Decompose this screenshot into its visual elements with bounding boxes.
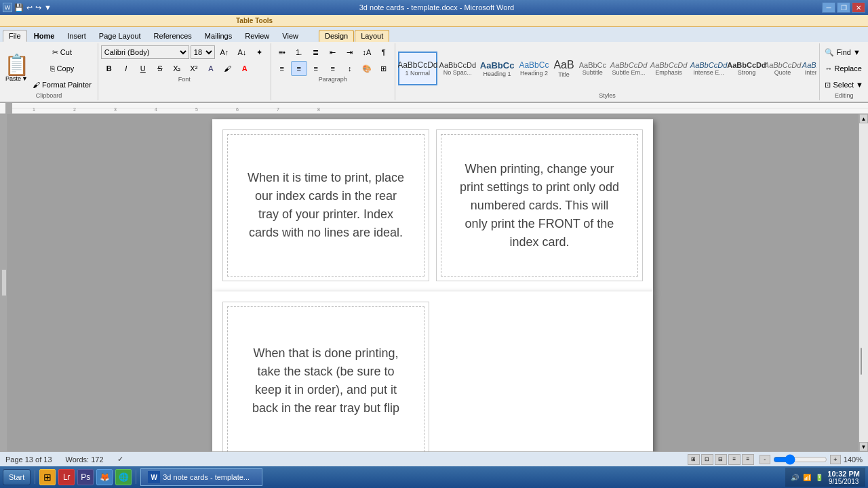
style-subtle-em[interactable]: AaBbCcDd Subtle Em... — [609, 52, 648, 85]
find-btn[interactable]: 🔍 Find ▼ — [823, 45, 862, 60]
decrease-indent-btn[interactable]: ⇤ — [325, 45, 341, 60]
increase-indent-btn[interactable]: ⇥ — [342, 45, 358, 60]
grow-font-btn[interactable]: A↑ — [216, 45, 233, 60]
title-bar: W 💾 ↩ ↪ ▼ 3d note cards - template.docx … — [0, 0, 868, 15]
redo-quick-btn[interactable]: ↪ — [35, 3, 41, 12]
select-btn[interactable]: ⊡ Select ▼ — [823, 77, 865, 92]
align-center-btn[interactable]: ≡ — [291, 61, 307, 76]
paste-button[interactable]: 📋 — [4, 55, 29, 75]
tab-references[interactable]: References — [148, 30, 198, 42]
text-effects-btn[interactable]: A — [203, 61, 219, 76]
format-painter-button[interactable]: 🖌 Format Painter — [31, 77, 94, 92]
spell-check-icon[interactable]: ✓ — [117, 455, 123, 464]
tab-layout[interactable]: Layout — [355, 30, 389, 42]
font-color-btn[interactable]: A — [237, 61, 253, 76]
taskbar-icon-firefox[interactable]: 🦊 — [96, 469, 113, 485]
tab-mailings[interactable]: Mailings — [199, 30, 238, 42]
tray-icon-2[interactable]: 📶 — [803, 474, 811, 481]
shrink-font-btn[interactable]: A↓ — [234, 45, 250, 60]
style-intense-q[interactable]: AaBbCcDd Intense Q... — [801, 52, 816, 85]
copy-button[interactable]: ⎘ Copy — [31, 61, 94, 76]
style-no-space[interactable]: AaBbCcDd No Spac... — [438, 52, 477, 85]
scroll-thumb[interactable] — [861, 348, 862, 375]
tab-home[interactable]: Home — [28, 30, 61, 42]
qat-dropdown[interactable]: ▼ — [44, 3, 52, 12]
scroll-up-btn[interactable]: ▲ — [859, 114, 868, 123]
close-btn[interactable]: ✕ — [852, 2, 865, 13]
style-intense-e[interactable]: AaBbCcDd Intense E... — [689, 52, 728, 85]
tab-view[interactable]: View — [276, 30, 304, 42]
undo-quick-btn[interactable]: ↩ — [26, 3, 33, 12]
restore-btn[interactable]: ❐ — [837, 2, 850, 13]
italic-btn[interactable]: I — [118, 61, 134, 76]
word-count: Words: 172 — [66, 455, 104, 464]
border-btn[interactable]: ⊞ — [376, 61, 392, 76]
web-layout-btn[interactable]: ⊟ — [715, 454, 727, 465]
paste-dropdown[interactable]: ▼ — [22, 75, 28, 82]
shading-btn[interactable]: 🎨 — [359, 61, 375, 76]
bullets-btn[interactable]: ≡• — [274, 45, 290, 60]
taskbar-icon-windows[interactable]: ⊞ — [39, 469, 56, 485]
show-para-btn[interactable]: ¶ — [376, 45, 392, 60]
subscript-btn[interactable]: X₂ — [169, 61, 185, 76]
justify-btn[interactable]: ≡ — [325, 61, 341, 76]
scroll-track[interactable] — [859, 123, 868, 442]
strikethrough-btn[interactable]: S — [152, 61, 168, 76]
full-screen-btn[interactable]: ⊡ — [701, 454, 713, 465]
line-spacing-btn[interactable]: ↕ — [342, 61, 358, 76]
zoom-out-btn[interactable]: - — [760, 455, 770, 464]
minimize-btn[interactable]: ─ — [822, 2, 835, 13]
cut-button[interactable]: ✂ Cut — [31, 45, 94, 60]
text-highlight-btn[interactable]: 🖌 — [220, 61, 236, 76]
style-strong[interactable]: AaBbCcDd Strong — [729, 52, 764, 85]
scroll-down-btn[interactable]: ▼ — [859, 442, 868, 451]
left-scroll-hint[interactable] — [1, 269, 7, 296]
clock-date: 9/15/2013 — [829, 478, 859, 485]
replace-btn[interactable]: ↔ Replace — [823, 61, 863, 76]
taskbar-icon-chrome[interactable]: 🌐 — [115, 469, 132, 485]
tray-icon-1[interactable]: 🔊 — [791, 474, 799, 481]
tray-icon-3[interactable]: 🔋 — [815, 474, 823, 481]
style-heading2[interactable]: AaBbCc Heading 2 — [517, 52, 551, 85]
style-emphasis[interactable]: AaBbCcDd Emphasis — [649, 52, 688, 85]
doc-scroll-area: When it is time to print, place our inde… — [7, 114, 859, 451]
style-heading1[interactable]: AaBbCc Heading 1 — [478, 52, 517, 85]
align-right-btn[interactable]: ≡ — [308, 61, 324, 76]
taskbar-word-app[interactable]: W 3d note cards - template... — [140, 468, 262, 486]
tab-page-layout[interactable]: Page Layout — [93, 30, 147, 42]
style-title[interactable]: AaB Title — [551, 52, 576, 85]
tab-insert[interactable]: Insert — [61, 30, 92, 42]
clock[interactable]: 10:32 PM 9/15/2013 — [827, 470, 860, 485]
superscript-btn[interactable]: X² — [186, 61, 202, 76]
card-inner-1[interactable]: When it is time to print, place our inde… — [227, 134, 425, 277]
outline-btn[interactable]: ≡ — [728, 454, 741, 465]
style-subtitle[interactable]: AaBbCc Subtitle — [577, 52, 608, 85]
style-quote[interactable]: AaBbCcDd Quote — [765, 52, 800, 85]
tab-file[interactable]: File — [3, 30, 27, 42]
bold-btn[interactable]: B — [101, 61, 117, 76]
svg-text:4: 4 — [155, 107, 157, 112]
taskbar-icon-ps[interactable]: Ps — [77, 469, 94, 485]
font-size-select[interactable]: 18 — [191, 45, 215, 59]
card-inner-2[interactable]: When printing, change your print setting… — [441, 134, 638, 277]
save-quick-btn[interactable]: 💾 — [14, 3, 24, 12]
print-layout-btn[interactable]: ⊞ — [688, 454, 700, 465]
clear-format-btn[interactable]: ✦ — [252, 45, 268, 60]
start-button[interactable]: Start — [3, 469, 31, 485]
tab-review[interactable]: Review — [239, 30, 275, 42]
zoom-in-btn[interactable]: + — [830, 455, 841, 464]
tab-design[interactable]: Design — [319, 30, 354, 42]
align-left-btn[interactable]: ≡ — [274, 61, 290, 76]
zoom-slider[interactable] — [773, 456, 827, 463]
paste-label: Paste▼ — [5, 75, 28, 82]
draft-btn[interactable]: ≡ — [742, 454, 754, 465]
multilevel-btn[interactable]: ≣ — [308, 45, 324, 60]
card-inner-3[interactable]: When that is done printing, take the sta… — [227, 306, 425, 451]
ruler: 1 2 3 4 5 6 7 8 — [0, 103, 868, 114]
style-normal[interactable]: AaBbCcDd 1 Normal — [398, 52, 437, 85]
underline-btn[interactable]: U — [135, 61, 151, 76]
font-name-select[interactable]: Calibri (Body) — [101, 45, 189, 59]
taskbar-icon-lr[interactable]: Lr — [58, 469, 75, 485]
sort-btn[interactable]: ↕A — [359, 45, 375, 60]
numbering-btn[interactable]: 1. — [291, 45, 307, 60]
